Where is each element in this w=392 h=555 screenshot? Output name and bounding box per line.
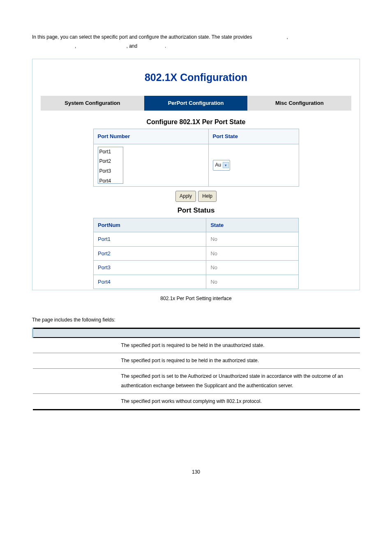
intro-text: In this page, you can select the specifi… xyxy=(32,33,360,51)
description-table: The specified port is required to be hel… xyxy=(32,328,360,410)
port-status-table: PortNum State Port1 No Port2 No Port3 No… xyxy=(93,218,299,289)
port-option[interactable]: Port3 xyxy=(98,166,123,176)
desc-head-left xyxy=(33,328,118,338)
col-port-number: Port Number xyxy=(93,129,208,144)
col-state: State xyxy=(206,218,299,232)
desc-head-right xyxy=(118,328,360,338)
col-port-state: Port State xyxy=(208,129,299,144)
tab-system[interactable]: System Configuration xyxy=(41,96,144,110)
port-number-select[interactable]: Port1 Port2 Port3 Port4 Port5 xyxy=(98,147,123,184)
port-option[interactable]: Port1 xyxy=(98,147,123,157)
tab-misc[interactable]: Misc Configuration xyxy=(247,96,351,110)
table-row: The specified port works without complyi… xyxy=(33,393,360,409)
port-state-value: Au xyxy=(215,161,221,170)
table-row: The specified port is set to the Authori… xyxy=(33,369,360,394)
port-option[interactable]: Port4 xyxy=(98,176,123,184)
figure-caption: 802.1x Per Port Setting interface xyxy=(32,294,360,303)
table-row: Port4 No xyxy=(94,275,299,289)
table-row: Port1 No xyxy=(94,232,299,246)
config-table: Port Number Port State Port1 Port2 Port3… xyxy=(93,129,299,186)
table-row: Port2 No xyxy=(94,246,299,260)
tab-perport[interactable]: PerPort Configuration xyxy=(144,96,248,110)
panel-title: 802.1X Configuration xyxy=(41,67,351,96)
port-state-select[interactable]: Au ▾ xyxy=(213,160,231,171)
apply-button[interactable]: Apply xyxy=(175,191,196,202)
table-row: The specified port is required to be hel… xyxy=(33,353,360,369)
config-panel: 802.1X Configuration System Configuratio… xyxy=(32,59,360,290)
intro-line-1: In this page, you can select the specifi… xyxy=(32,34,252,40)
help-button[interactable]: Help xyxy=(198,191,217,202)
table-row: The specified port is required to be hel… xyxy=(33,338,360,353)
port-option[interactable]: Port2 xyxy=(98,157,123,166)
section-heading: Configure 802.1X Per Port State xyxy=(41,116,351,128)
tab-bar: System Configuration PerPort Configurati… xyxy=(41,96,351,110)
page-number: 130 xyxy=(32,468,360,477)
chevron-down-icon: ▾ xyxy=(223,162,229,168)
fields-intro: The page includes the following fields: xyxy=(32,316,360,325)
col-portnum: PortNum xyxy=(94,218,206,232)
table-row: Port3 No xyxy=(94,261,299,275)
port-status-heading: Port Status xyxy=(41,204,351,217)
